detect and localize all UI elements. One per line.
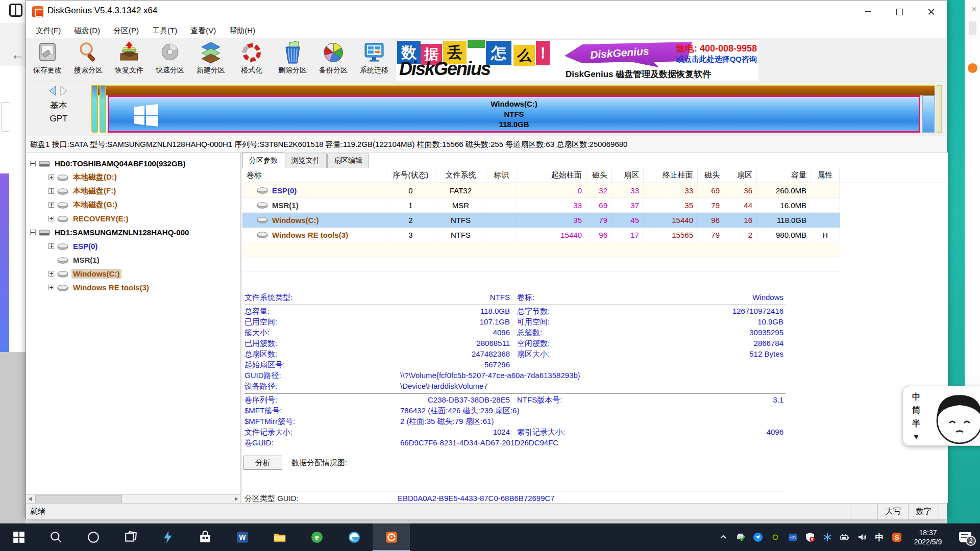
tree-item-d[interactable]: 本地磁盘(D:) (26, 170, 118, 184)
column-header-8[interactable]: 磁头 (698, 168, 724, 183)
column-header-7[interactable]: 终止柱面 (644, 168, 698, 183)
toolbar-quick-partition[interactable]: 快速分区 (150, 39, 190, 81)
tab-1[interactable]: 浏览文件 (285, 154, 327, 168)
tray-intel[interactable]: HD (784, 523, 801, 551)
column-header-3[interactable]: 标识 (486, 168, 517, 183)
expander-icon[interactable] (48, 216, 54, 221)
taskbar-lightning[interactable] (149, 523, 186, 551)
taskbar-word[interactable]: W (224, 523, 261, 551)
title-bar[interactable]: DiskGenius V5.4.3.1342 x64 (26, 1, 947, 23)
tray-sogou[interactable]: S (888, 523, 905, 551)
expander-icon[interactable] (48, 285, 54, 290)
column-header-10[interactable]: 容量 (757, 168, 811, 183)
tray-volume[interactable] (853, 523, 871, 551)
toolbar-save-changes[interactable]: 保存更改 (27, 39, 68, 81)
tray-chevron-up[interactable] (715, 523, 732, 551)
toolbar-backup-partition[interactable]: 备份分区 (313, 39, 354, 81)
tree-item-windowsretools3[interactable]: Windows RE tools(3) (26, 281, 151, 294)
tray-dingtalk[interactable] (749, 523, 767, 551)
tree-item-hd1samsungmznln128hahq000[interactable]: HD1:SAMSUNGMZNLN128HAHQ-000 (26, 226, 190, 239)
tray-defender[interactable] (801, 523, 819, 551)
sidebar-orange-icon[interactable] (968, 63, 977, 73)
action-center-button[interactable]: 2 (950, 523, 980, 551)
menu-item-4[interactable]: 查看(V) (184, 23, 223, 38)
tray-ime-lang[interactable]: 中 (871, 523, 888, 551)
toolbar-search-partition[interactable]: 搜索分区 (68, 39, 109, 81)
column-header-5[interactable]: 磁头 (586, 168, 612, 183)
column-header-9[interactable]: 扇区 (724, 168, 757, 183)
background-scrollbar[interactable] (965, 0, 980, 390)
disk-nav-arrows[interactable] (48, 85, 69, 96)
table-row[interactable] (242, 257, 840, 272)
column-header-4[interactable]: 起始柱面 (517, 168, 586, 183)
tray-printer[interactable] (732, 523, 749, 551)
windows-c-partition-block[interactable]: Windows(C:) NTFS 118.0GB (108, 95, 920, 133)
taskbar-edge[interactable] (335, 523, 373, 551)
toolbar-format[interactable]: 格式化 (231, 39, 272, 81)
taskbar-task-view[interactable] (112, 523, 149, 551)
table-row[interactable]: Windows RE tools(3)3NTFS1544096171556579… (242, 228, 840, 242)
column-header-2[interactable]: 文件系统 (435, 168, 486, 183)
status-resize-grip[interactable] (939, 504, 946, 519)
msr-partition-block[interactable] (100, 85, 106, 133)
table-row[interactable]: MSR(1)1MSR33693735794416.0MB (242, 198, 840, 213)
tab-2[interactable]: 扇区编辑 (327, 154, 369, 168)
tree-item-recoverye[interactable]: RECOVERY(E:) (26, 212, 130, 226)
taskbar-search[interactable] (37, 523, 75, 551)
taskbar-store[interactable] (186, 523, 224, 551)
tree-item-esp0[interactable]: ESP(0) (26, 239, 99, 253)
tray-snowflake[interactable] (819, 523, 836, 551)
menu-item-2[interactable]: 分区(P) (107, 23, 145, 38)
expander-icon[interactable] (48, 188, 54, 194)
tree-item-windowsc[interactable]: Windows(C:) (26, 267, 121, 281)
scrollbar-thumb[interactable] (35, 495, 122, 503)
column-header-6[interactable]: 扇区 (612, 168, 644, 183)
analyze-button[interactable]: 分析 (243, 456, 282, 470)
tree-item-hd0toshibamq04abf100932gb[interactable]: HD0:TOSHIBAMQ04ABF100(932GB) (26, 157, 187, 170)
disk-header-strip[interactable] (91, 85, 935, 95)
expander-icon[interactable] (48, 271, 54, 277)
table-row[interactable]: ESP(0)0FAT3203233336936260.0MB (242, 183, 840, 198)
close-button[interactable] (915, 1, 947, 23)
taskbar-cortana[interactable] (75, 523, 112, 551)
toolbar-system-migration[interactable]: 系统迁移 (354, 39, 395, 81)
expander-icon[interactable] (48, 174, 54, 180)
column-header-0[interactable]: 卷标 (242, 168, 386, 183)
menu-item-1[interactable]: 磁盘(D) (67, 23, 107, 38)
column-header-11[interactable]: 属性 (811, 168, 840, 183)
tray-nvidia[interactable] (767, 523, 784, 551)
winre-partition-block[interactable] (922, 95, 935, 133)
table-row[interactable]: Windows(C:)2NTFS357945154409616118.0GB (242, 213, 840, 228)
taskbar-file-explorer[interactable] (261, 523, 298, 551)
minimize-button[interactable] (852, 1, 884, 23)
column-header-1[interactable]: 序号(状态) (386, 168, 435, 183)
taskbar-start[interactable] (0, 523, 37, 551)
tree-item-f[interactable]: 本地磁盘(F:) (26, 184, 117, 198)
table-row[interactable] (242, 242, 840, 257)
ad-banner[interactable]: 数据丢怎么！ DiskGenius DiskGenius 致电: 400-008… (396, 39, 759, 81)
toolbar-new-partition[interactable]: 新建分区 (190, 39, 231, 81)
banner-qq-link[interactable]: 或点击此处选择QQ咨询 (654, 55, 757, 64)
tree-horizontal-scrollbar[interactable] (26, 494, 240, 503)
expander-icon[interactable] (30, 230, 36, 235)
ime-status-widget[interactable]: 中简半♥ (902, 386, 980, 446)
menu-item-5[interactable]: 帮助(H) (223, 23, 262, 38)
taskbar-diskgenius[interactable] (373, 523, 410, 551)
maximize-button[interactable] (884, 1, 915, 23)
back-arrow-icon[interactable]: ← (11, 47, 24, 63)
tab-0[interactable]: 分区参数 (242, 153, 284, 168)
expander-icon[interactable] (30, 161, 36, 166)
tree-item-msr1[interactable]: MSR(1) (26, 253, 101, 267)
taskbar-browser-360[interactable]: e (298, 523, 335, 551)
menu-item-0[interactable]: 文件(F) (29, 23, 67, 38)
menu-item-3[interactable]: 工具(T) (145, 23, 184, 38)
toolbar-recover-files[interactable]: 恢复文件 (109, 39, 150, 81)
esp-partition-block[interactable] (91, 85, 98, 133)
scroll-left-icon[interactable] (26, 495, 35, 503)
scrollbar-thumb[interactable] (969, 21, 976, 35)
expander-icon[interactable] (48, 243, 54, 249)
tree-item-g[interactable]: 本地磁盘(G:) (26, 198, 119, 212)
tray-battery[interactable] (836, 523, 853, 551)
toolbar-delete-partition[interactable]: 删除分区 (272, 39, 313, 81)
expander-icon[interactable] (48, 202, 54, 208)
